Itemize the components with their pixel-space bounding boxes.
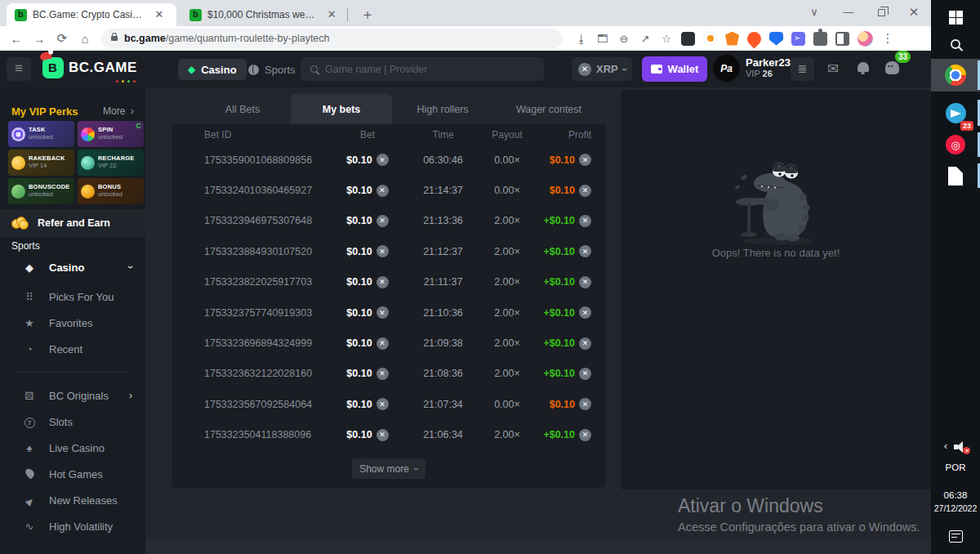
sidebar-item-live-casino[interactable]: ♠Live Casino (0, 435, 145, 461)
xrp-coin-icon: ✕ (376, 429, 389, 441)
vip-perk-card[interactable]: RAKEBACKVIP 14 (8, 150, 74, 176)
vip-perk-card[interactable]: RECHARGEVIP 22 (78, 150, 144, 176)
download-icon[interactable]: ⭳ (571, 33, 592, 45)
vip-perk-card[interactable]: BONUSCODEunlocked (8, 178, 74, 204)
currency-selector[interactable]: ✕ XRP › (572, 57, 632, 81)
chevron-right-icon: › (129, 390, 132, 401)
bet-profit: $0.10✕ (537, 398, 591, 410)
hidden-icons-chevron[interactable]: › (944, 441, 947, 453)
hamburger-menu-icon[interactable]: ≡ (7, 57, 31, 81)
window-close-button[interactable]: ✕ (898, 0, 929, 25)
table-row: 1753323822025917703$0.10✕21:11:372.00×+$… (172, 267, 606, 297)
sidebar-item-new-releases[interactable]: ▶New Releases (0, 487, 145, 513)
shield-extension-icon[interactable] (769, 32, 783, 46)
bet-time: 21:12:37 (408, 246, 478, 257)
start-button[interactable] (931, 4, 980, 30)
bcgame-logo[interactable]: BC.GAME (42, 57, 137, 78)
bets-tab-high-rollers[interactable]: High rollers (392, 94, 493, 124)
bet-time: 21:08:36 (408, 368, 478, 379)
diamond-icon: ◆ (188, 64, 195, 75)
vip-perk-card[interactable]: SPINunlockedC (78, 121, 144, 147)
window-restore-button[interactable] (866, 0, 897, 25)
bet-time: 06:30:46 (408, 154, 478, 166)
muted-speaker-icon[interactable]: ✕ (954, 441, 967, 453)
mail-icon[interactable]: ✉ (827, 60, 839, 78)
clock-date[interactable]: 27/12/2022 (931, 502, 980, 515)
username[interactable]: Parker23 (746, 56, 791, 69)
window-minimize-button[interactable]: — (833, 0, 864, 25)
vip-perk-card[interactable]: TASKunlocked (8, 121, 74, 147)
support-chat-icon[interactable] (885, 61, 899, 74)
forward-icon[interactable]: → (28, 32, 51, 46)
sidebar-item-label: Live Casino (49, 442, 105, 454)
reload-icon[interactable]: ⟳ (51, 31, 74, 46)
back-icon[interactable]: ← (5, 32, 28, 46)
flame-extension-icon[interactable] (744, 29, 764, 48)
bet-time: 21:10:36 (408, 307, 478, 319)
bet-amount: $0.10✕ (327, 398, 408, 410)
zoom-out-icon[interactable]: ⊖ (613, 33, 635, 45)
sidebar-item-slots[interactable]: 7Slots (0, 409, 145, 435)
extension-profile-icon[interactable] (703, 32, 717, 46)
taskbar-chrome-icon[interactable] (931, 59, 980, 92)
sidebar-item-picks-for-you[interactable]: ⠿Picks For You (0, 284, 145, 310)
action-center-icon[interactable] (931, 526, 980, 546)
sidebar-item-bc-originals[interactable]: ⚄BC Originals› (0, 382, 145, 409)
new-tab-button[interactable]: ＋ (358, 5, 377, 24)
home-icon[interactable]: ⌂ (74, 32, 96, 46)
bookmark-star-icon[interactable]: ☆ (656, 33, 677, 45)
metamask-icon[interactable] (725, 32, 739, 46)
bet-value: $0.10 (346, 154, 372, 166)
purple-extension-icon[interactable]: ➣ (791, 32, 805, 46)
sidebar-item-casino[interactable]: ◆Casino› (0, 251, 145, 284)
sidebar-item-high-volatility[interactable]: ∿High Volatility (0, 513, 145, 539)
address-bar[interactable]: bc.game/game/quantum-roulette-by-playtec… (101, 29, 563, 48)
refer-and-earn-button[interactable]: Refer and Earn (0, 209, 145, 237)
browser-tab-inactive[interactable]: $10,000 Christmas week special ✕ (181, 3, 345, 26)
tab-close-icon[interactable]: ✕ (325, 8, 338, 21)
notifications-bell-icon[interactable] (858, 62, 869, 72)
browser-menu-dots-icon[interactable]: ⋮ (877, 31, 898, 46)
tab-close-icon[interactable]: ✕ (153, 8, 166, 21)
vip-perk-card[interactable]: BONUSunlocked (78, 178, 144, 204)
sports-section-label: Sports (11, 240, 40, 252)
sidebar-item-recent[interactable]: ◔Recent (0, 336, 145, 362)
side-panel-icon[interactable] (835, 32, 849, 46)
diamond-icon: ◆ (23, 261, 36, 274)
game-search-box[interactable] (301, 57, 544, 81)
show-more-button[interactable]: Show more› (352, 458, 425, 479)
taskbar-telegram-icon[interactable]: 23 (931, 98, 980, 127)
extensions-puzzle-icon[interactable] (813, 32, 827, 46)
bets-tab-all-bets[interactable]: All Bets (194, 94, 291, 124)
xrp-coin-icon: ✕ (376, 154, 389, 166)
vip-more-link[interactable]: More › (103, 105, 134, 117)
sports-mode-button[interactable]: Sports (238, 59, 305, 80)
language-indicator[interactable]: POR (931, 460, 980, 475)
bet-time: 21:14:37 (408, 185, 478, 196)
user-avatar[interactable]: Pa (713, 55, 740, 82)
clock-time[interactable]: 06:38 (931, 489, 980, 502)
window-chevron-icon[interactable]: ∨ (799, 0, 830, 25)
share-icon[interactable]: ↗ (635, 33, 656, 45)
sidebar-item-favorites[interactable]: ★Favorites (0, 310, 145, 336)
taskbar-authy-icon[interactable]: ◎ (931, 131, 980, 159)
browser-profile-avatar[interactable] (858, 31, 873, 47)
bet-value: $0.10 (346, 215, 372, 226)
bets-tab-my-bets[interactable]: My bets (291, 94, 392, 124)
translate-icon[interactable]: 🗔 (592, 33, 613, 45)
bet-slip-icon[interactable]: ≣ (791, 57, 814, 81)
extension-dark-icon[interactable] (681, 32, 695, 46)
wallet-button[interactable]: Wallet (642, 56, 707, 82)
taskbar-notepad-icon[interactable] (931, 162, 980, 190)
casino-mode-button[interactable]: ◆ Casino (178, 59, 247, 80)
xrp-coin-icon: ✕ (579, 245, 591, 257)
taskbar-search-icon[interactable] (931, 31, 980, 57)
bets-tab-wager-contest[interactable]: Wager contest (493, 94, 604, 124)
tray-icons[interactable]: › ✕ (931, 438, 980, 456)
gold-coins-icon (11, 217, 29, 230)
sidebar-item-hot-games[interactable]: Hot Games (0, 461, 145, 487)
bcgame-logo-mark (42, 57, 64, 78)
xrp-coin-icon: ✕ (376, 245, 389, 257)
browser-tab-active[interactable]: BC.Game: Crypto Casino Games ✕ (7, 3, 176, 26)
search-input[interactable] (325, 64, 534, 75)
